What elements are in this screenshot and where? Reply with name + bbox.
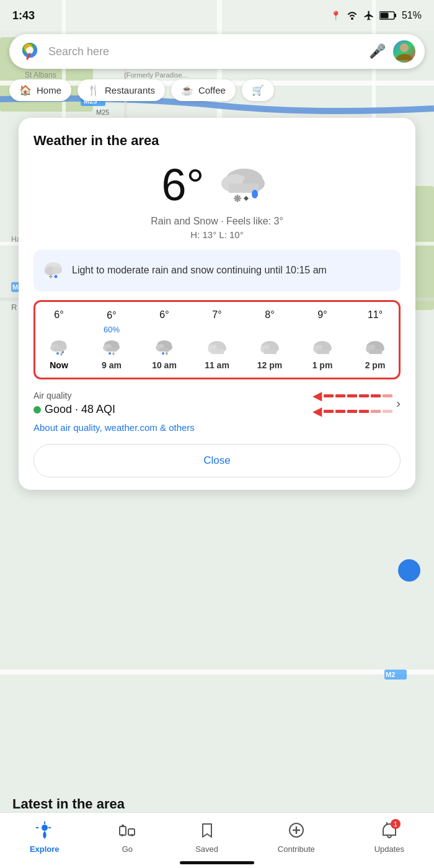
weather-card-title: Weather in the area [33,133,401,149]
weather-condition-text: Rain and Snow · Feels like: 3° [33,216,401,227]
nav-icon-explore-wrap [36,822,53,841]
nav-item-go[interactable]: Go [112,818,142,857]
air-quality-text: Good · 48 AQI [45,403,115,416]
nav-icon-contribute-wrap [288,822,305,841]
weather-main: 6° [33,160,401,210]
location-icon: 📍 [330,11,341,20]
weather-card: Weather in the area 6° Rain and Snow · F… [19,118,415,490]
hour-icon-11am [206,338,228,356]
svg-rect-85 [317,349,329,354]
air-quality-visual[interactable]: ◀ ◀ [312,389,401,417]
svg-rect-91 [120,826,126,835]
svg-point-55 [56,352,59,355]
wifi-icon [346,11,358,20]
microphone-icon[interactable]: 🎤 [369,43,386,60]
battery-percent: 51% [402,10,422,21]
bottom-nav: Explore Go Saved [0,812,434,868]
hour-icon-9am [100,338,123,356]
weather-condition-icon [210,160,272,210]
air-quality-info: Air quality Good · 48 AQI [33,391,115,416]
svg-rect-62 [107,348,117,352]
explore-icon [36,822,53,839]
status-time: 1:43 [12,9,35,22]
nav-item-saved[interactable]: Saved [189,818,224,857]
weather-alert-box: Light to moderate rain and snow continui… [33,250,401,291]
air-quality-dot [33,406,41,414]
aqi-arrow-1: ◀ [312,389,322,402]
svg-rect-5 [0,670,434,675]
nav-item-explore[interactable]: Explore [24,818,66,857]
chip-home-label: Home [37,85,61,95]
svg-rect-30 [380,13,388,19]
close-button[interactable]: Close [33,444,401,477]
svg-point-27 [351,17,353,20]
svg-rect-89 [370,349,382,354]
hour-item-2pm: 11° 2 pm [356,309,394,370]
air-quality-label: Air quality [33,391,115,401]
air-quality-expand[interactable]: › [396,396,401,410]
updates-badge: 1 [391,819,401,829]
svg-point-47 [52,267,62,274]
go-icon [118,822,136,839]
svg-text:R: R [11,303,17,312]
status-icons: 📍 51% [330,10,422,21]
home-indicator [180,861,254,864]
latest-section: Latest in the area [0,784,434,812]
nav-label-explore: Explore [30,844,60,854]
weather-high-low: H: 13° L: 10° [33,229,401,240]
svg-point-90 [42,825,48,831]
nav-label-saved: Saved [195,844,218,854]
latest-section-title: Latest in the area [12,796,125,812]
user-avatar[interactable] [393,40,415,63]
search-input[interactable]: Search here [48,45,361,58]
aqi-indicator: ◀ ◀ [312,389,392,417]
svg-point-63 [108,352,111,355]
chip-restaurants-label: Restaurants [105,85,155,95]
nav-item-contribute[interactable]: Contribute [272,818,321,857]
hourly-forecast[interactable]: 6° Now 6° 60% [33,300,401,379]
hour-item-now: 6° Now [40,309,78,370]
svg-rect-77 [211,349,224,354]
svg-text:M25: M25 [96,108,109,116]
search-bar[interactable]: Search here 🎤 [9,34,425,69]
saved-icon [198,822,216,839]
airplane-icon [363,10,374,21]
temperature-display: 6° [162,162,205,207]
battery-icon [379,11,397,20]
svg-rect-69 [159,348,169,352]
svg-point-33 [26,46,33,54]
svg-point-70 [162,352,164,355]
hour-icon-now [48,338,70,356]
hour-item-10am: 6° 10 am [146,309,183,370]
svg-point-94 [121,834,123,836]
hour-icon-2pm [364,338,386,356]
restaurant-icon: 🍴 [87,84,100,96]
svg-point-95 [131,834,133,836]
hour-item-12pm: 8° 12 pm [251,309,288,370]
nav-icon-updates-wrap: 1 [381,822,398,841]
nav-icon-go-wrap [118,822,136,841]
nav-label-updates: Updates [374,844,404,854]
hour-item-11am: 7° 11 am [198,309,236,370]
svg-rect-54 [54,348,64,352]
air-quality-value: Good · 48 AQI [33,403,115,416]
google-maps-logo [19,40,41,63]
chip-groceries[interactable]: 🛒 [242,79,274,101]
chip-coffee[interactable]: ☕ Coffee [171,79,236,101]
aqi-arrow-2: ◀ [312,405,322,417]
svg-marker-44 [244,196,249,201]
nav-label-contribute: Contribute [278,844,315,854]
svg-text:M2: M2 [386,671,395,678]
cart-icon: 🛒 [252,84,264,96]
weather-alert-text: Light to moderate rain and snow continui… [72,264,327,277]
svg-rect-81 [264,349,277,354]
chip-home[interactable]: 🏠 Home [9,79,71,101]
hour-icon-12pm [259,338,281,356]
chip-restaurants[interactable]: 🍴 Restaurants [78,79,165,101]
nav-item-updates[interactable]: 1 Updates [368,818,410,857]
status-bar: 1:43 📍 51% [0,0,434,31]
air-quality-row: Air quality Good · 48 AQI ◀ [33,389,401,417]
about-air-quality-link[interactable]: About air quality, weather.com & others [33,422,401,433]
weather-alert-icon [42,257,64,284]
hour-icon-10am [153,338,175,356]
